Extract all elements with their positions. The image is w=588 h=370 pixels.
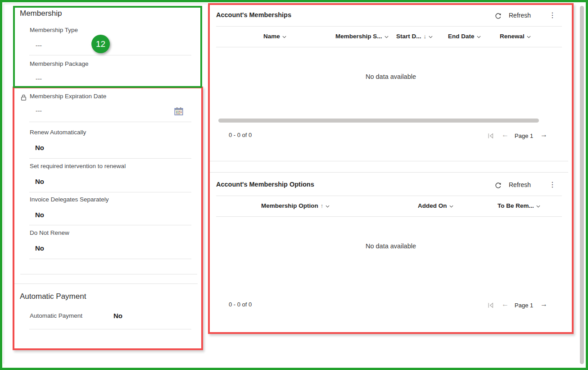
first-page-icon[interactable] [488, 132, 494, 141]
next-page-icon[interactable]: → [540, 301, 547, 308]
column-header-renewal[interactable]: Renewal [500, 33, 531, 40]
refresh-icon[interactable] [494, 182, 502, 191]
grid-columns-divider [216, 47, 562, 47]
column-label: End Date [448, 33, 475, 40]
grid-columns-divider [216, 216, 562, 217]
membership-type-value[interactable]: --- [36, 42, 42, 49]
chevron-down-icon [527, 33, 531, 40]
membership-package-value[interactable]: --- [36, 75, 42, 82]
automatic-payment-label: Automatic Payment [30, 312, 82, 319]
invoice-delegates-value[interactable]: No [35, 211, 44, 219]
more-commands-icon[interactable]: ⋮ [549, 11, 556, 19]
field-divider [29, 225, 191, 225]
membership-expiration-value[interactable]: --- [36, 107, 42, 114]
column-header-name[interactable]: Name [263, 33, 286, 40]
options-grid-title: Account's Membership Options [216, 181, 314, 188]
column-label: Membership Option [261, 202, 318, 209]
memberships-record-count: 0 - 0 of 0 [229, 132, 252, 138]
section-divider [20, 274, 197, 274]
options-page-label: Page 1 [515, 302, 533, 309]
field-divider [29, 259, 191, 259]
memberships-empty-message: No data available [210, 73, 572, 80]
sort-ascending-icon: ↑ [321, 202, 324, 209]
step-badge: 12 [91, 35, 110, 53]
renew-automatically-label: Renew Automatically [30, 129, 86, 136]
chevron-down-icon [429, 33, 433, 40]
memberships-page-label: Page 1 [515, 132, 533, 139]
column-header-start-date[interactable]: Start D... ↓ [396, 33, 433, 40]
options-record-count: 0 - 0 of 0 [229, 301, 252, 308]
next-page-icon[interactable]: → [540, 131, 547, 138]
membership-type-label: Membership Type [30, 27, 78, 33]
do-not-renew-value[interactable]: No [35, 244, 44, 252]
refresh-icon[interactable] [494, 12, 502, 22]
field-divider [29, 158, 191, 159]
grid-header-divider [216, 196, 562, 196]
section-divider [14, 283, 198, 284]
do-not-renew-label: Do Not Renew [30, 229, 69, 236]
chevron-down-icon [384, 33, 389, 40]
field-divider [29, 55, 191, 55]
annotation-box-grids: Account's Memberships Refresh ⋮ Name Mem… [208, 3, 574, 334]
required-intervention-value[interactable]: No [35, 178, 44, 185]
invoice-delegates-label: Invoice Delegates Separately [30, 196, 109, 203]
field-divider [29, 329, 191, 329]
chevron-down-icon [449, 202, 453, 209]
annotation-box-left-fields: Membership Expiration Date --- Renew Aut… [13, 87, 203, 350]
renew-automatically-value[interactable]: No [35, 144, 44, 151]
content-pane-top-edge [4, 4, 207, 4]
section-title-automatic-payment: Automatic Payment [20, 292, 86, 301]
column-header-to-be-removed[interactable]: To Be Rem... [498, 202, 540, 209]
grid-header-divider [216, 26, 562, 27]
column-label: To Be Rem... [498, 202, 534, 209]
membership-package-label: Membership Package [30, 60, 89, 67]
column-header-end-date[interactable]: End Date [448, 33, 481, 40]
field-divider [29, 192, 191, 192]
sort-descending-icon: ↓ [424, 33, 427, 40]
lock-icon [21, 94, 27, 103]
refresh-button[interactable]: Refresh [509, 12, 531, 19]
page-scrollbar[interactable] [580, 6, 584, 364]
column-label: Start D... [396, 33, 421, 40]
grids-separator [210, 161, 568, 161]
more-commands-icon[interactable]: ⋮ [549, 181, 556, 189]
column-label: Membership S... [335, 33, 382, 40]
column-header-added-on[interactable]: Added On [418, 202, 453, 209]
column-label: Added On [418, 202, 447, 209]
previous-page-icon[interactable]: ← [502, 131, 509, 138]
calendar-icon[interactable] [174, 107, 183, 117]
section-title-membership: Membership [20, 9, 62, 18]
chevron-down-icon [282, 33, 286, 40]
memberships-grid-title: Account's Memberships [216, 11, 291, 18]
refresh-button[interactable]: Refresh [509, 181, 531, 188]
chevron-down-icon [536, 202, 540, 209]
previous-page-icon[interactable]: ← [502, 301, 509, 308]
membership-expiration-label: Membership Expiration Date [30, 93, 106, 100]
options-empty-message: No data available [210, 242, 572, 250]
column-label: Renewal [500, 33, 525, 40]
memberships-horizontal-scrollbar[interactable] [218, 119, 539, 123]
annotation-box-membership: Membership Membership Type --- 12 Member… [13, 6, 202, 88]
first-page-icon[interactable] [488, 302, 494, 310]
grids-separator [210, 172, 568, 173]
required-intervention-label: Set required intervention to renewal [30, 163, 126, 169]
automatic-payment-value[interactable]: No [113, 312, 122, 320]
column-header-membership-option[interactable]: Membership Option ↑ [261, 202, 330, 209]
column-header-membership-status[interactable]: Membership S... [335, 33, 389, 40]
chevron-down-icon [326, 202, 330, 209]
chevron-down-icon [477, 33, 481, 40]
content-pane-left-edge [4, 4, 4, 364]
field-divider [29, 122, 191, 122]
column-label: Name [263, 33, 280, 40]
